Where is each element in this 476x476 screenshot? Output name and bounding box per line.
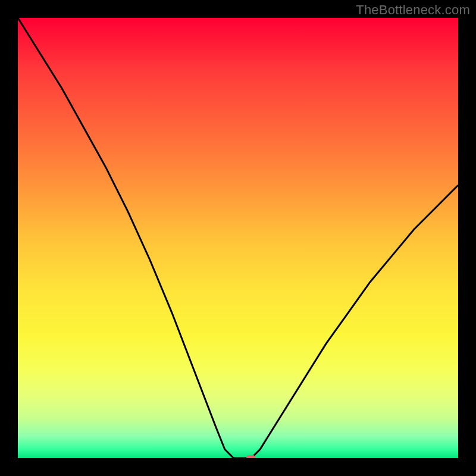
bottleneck-curve bbox=[18, 18, 458, 458]
chart-frame: TheBottleneck.com bbox=[0, 0, 476, 476]
plot-area bbox=[18, 18, 458, 458]
optimum-marker bbox=[246, 455, 256, 458]
curve-path bbox=[18, 18, 458, 458]
watermark-text: TheBottleneck.com bbox=[356, 2, 470, 18]
